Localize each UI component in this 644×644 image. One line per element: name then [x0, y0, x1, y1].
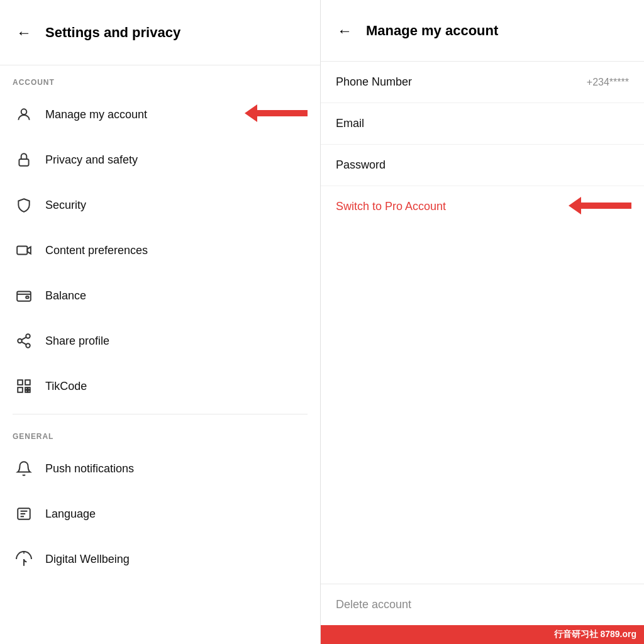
left-panel-title: Settings and privacy	[45, 25, 180, 41]
right-back-button[interactable]: ←	[333, 19, 356, 42]
language-label: Language	[45, 508, 96, 521]
left-header: ← Settings and privacy	[0, 0, 320, 65]
push-notifications-label: Push notifications	[45, 462, 134, 475]
sidebar-item-tikcode[interactable]: TikCode	[0, 364, 320, 409]
sidebar-item-push-notifications[interactable]: Push notifications	[0, 446, 320, 491]
right-panel: ← Manage my account Phone Number +234***…	[321, 0, 644, 644]
shield-icon	[13, 194, 35, 216]
digital-wellbeing-label: Digital Wellbeing	[45, 553, 130, 566]
svg-point-6	[18, 339, 22, 343]
svg-point-7	[26, 343, 30, 348]
svg-point-5	[26, 334, 30, 338]
switch-to-pro-row[interactable]: Switch to Pro Account	[321, 186, 644, 227]
sidebar-item-share-profile[interactable]: Share profile	[0, 318, 320, 364]
phone-number-value: +234*****	[587, 77, 629, 88]
password-label: Password	[336, 158, 386, 172]
svg-point-0	[21, 109, 27, 114]
wallet-icon	[13, 284, 35, 307]
sidebar-item-content-preferences[interactable]: Content preferences	[0, 228, 320, 273]
sidebar-item-digital-wellbeing[interactable]: Digital Wellbeing	[0, 536, 320, 582]
svg-rect-1	[19, 159, 28, 166]
account-section-label: ACCOUNT	[0, 65, 320, 92]
section-divider	[13, 414, 308, 414]
switch-pro-arrow	[569, 196, 631, 218]
svg-rect-8	[18, 380, 23, 385]
delete-account-row[interactable]: Delete account	[321, 584, 644, 625]
security-label: Security	[45, 199, 86, 212]
sidebar-item-privacy-safety[interactable]: Privacy and safety	[0, 137, 320, 182]
right-panel-title: Manage my account	[366, 23, 498, 39]
sidebar-item-balance[interactable]: Balance	[0, 273, 320, 318]
umbrella-icon	[13, 548, 35, 570]
email-label: Email	[336, 117, 364, 130]
manage-account-arrow	[245, 104, 308, 125]
general-section-label: GENERAL	[0, 419, 320, 446]
password-row[interactable]: Password	[321, 145, 644, 186]
svg-rect-14	[28, 391, 30, 392]
share-icon	[13, 330, 35, 352]
svg-rect-10	[18, 387, 23, 392]
switch-to-pro-label: Switch to Pro Account	[336, 200, 446, 213]
sidebar-item-language[interactable]: Language	[0, 491, 320, 536]
bell-icon	[13, 457, 35, 480]
watermark-text: 行音研习社 8789.org	[554, 629, 636, 639]
email-row[interactable]: Email	[321, 103, 644, 145]
spacer	[321, 227, 644, 584]
manage-account-label: Manage my account	[45, 108, 147, 121]
tikcode-label: TikCode	[45, 380, 87, 393]
balance-label: Balance	[45, 289, 86, 303]
svg-rect-2	[17, 247, 27, 255]
sidebar-item-security[interactable]: Security	[0, 182, 320, 228]
svg-rect-12	[28, 387, 30, 389]
text-icon	[13, 502, 35, 525]
video-icon	[13, 239, 35, 262]
watermark: 行音研习社 8789.org	[321, 625, 644, 644]
person-icon	[13, 103, 35, 126]
lock-icon	[13, 148, 35, 171]
phone-number-label: Phone Number	[336, 75, 412, 89]
svg-rect-11	[25, 387, 27, 389]
share-profile-label: Share profile	[45, 335, 109, 348]
delete-account-label: Delete account	[336, 598, 411, 611]
privacy-safety-label: Privacy and safety	[45, 153, 138, 167]
phone-number-row[interactable]: Phone Number +234*****	[321, 62, 644, 103]
svg-rect-4	[26, 296, 28, 298]
left-back-button[interactable]: ←	[13, 21, 35, 44]
sidebar-item-manage-account[interactable]: Manage my account	[0, 92, 320, 137]
svg-rect-9	[25, 380, 30, 385]
grid-icon	[13, 375, 35, 397]
right-header: ← Manage my account	[321, 0, 644, 62]
left-panel: ← Settings and privacy ACCOUNT Manage my…	[0, 0, 321, 644]
content-preferences-label: Content preferences	[45, 244, 148, 257]
svg-rect-13	[25, 391, 27, 392]
